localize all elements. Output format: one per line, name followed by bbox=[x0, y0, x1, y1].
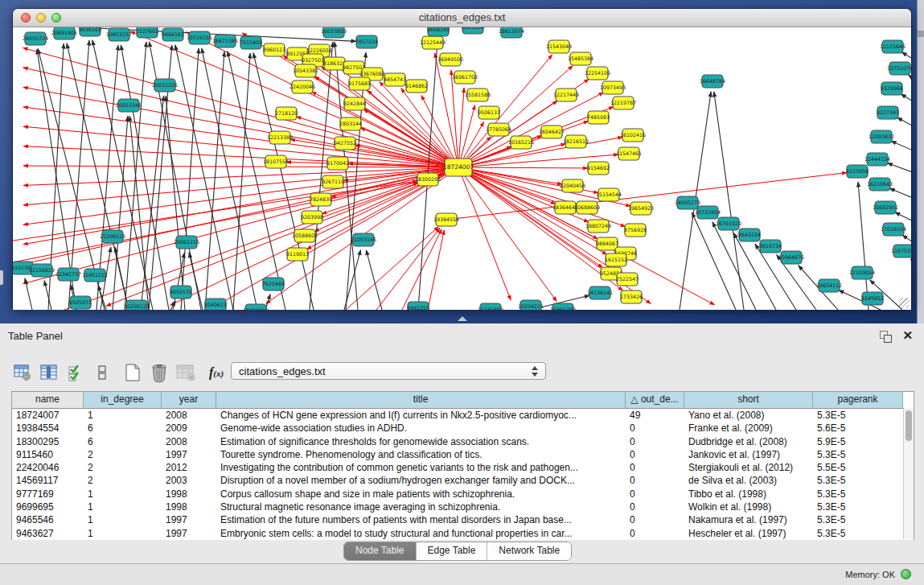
graph-node[interactable]: 11125646 bbox=[880, 40, 906, 53]
table-row[interactable]: 911546021997Tourette syndrome. Phenomeno… bbox=[12, 448, 914, 461]
table-row[interactable]: 2242004622012Investigating the contribut… bbox=[12, 461, 914, 474]
network-canvas[interactable]: 1872400719384554183002958960123891295512… bbox=[13, 27, 911, 310]
graph-node[interactable]: 9482255 bbox=[407, 302, 429, 310]
zoom-window-button[interactable] bbox=[51, 13, 61, 23]
graph-node[interactable]: 18300295 bbox=[415, 173, 441, 186]
graph-node[interactable]: 11156829 bbox=[29, 264, 55, 277]
column-header-title[interactable]: title bbox=[216, 392, 626, 408]
graph-edge[interactable] bbox=[202, 48, 257, 310]
graph-edge[interactable] bbox=[458, 167, 588, 168]
graph-edge[interactable] bbox=[421, 96, 458, 167]
graph-node[interactable]: 16046427 bbox=[539, 126, 565, 138]
row-mode-button[interactable] bbox=[91, 361, 113, 384]
graph-node[interactable]: 9756928 bbox=[624, 224, 647, 237]
graph-node[interactable]: 15692951 bbox=[873, 201, 898, 214]
graph-node[interactable]: 9643254 bbox=[738, 229, 761, 241]
graph-edge[interactable] bbox=[346, 52, 366, 310]
delete-table-button[interactable] bbox=[175, 361, 197, 384]
close-window-button[interactable] bbox=[21, 13, 31, 23]
graph-node[interactable]: 22040458 bbox=[560, 179, 585, 192]
select-columns-button[interactable] bbox=[64, 361, 87, 384]
minimize-window-button[interactable] bbox=[36, 13, 46, 23]
graph-edge[interactable] bbox=[23, 167, 458, 264]
graph-node[interactable]: 8813054 bbox=[462, 27, 484, 34]
graph-node[interactable]: 20061215 bbox=[174, 236, 199, 249]
table-row[interactable]: 1938455462009Genome-wide association stu… bbox=[12, 422, 914, 435]
panel-splitter-handle[interactable] bbox=[458, 316, 467, 321]
graph-node[interactable]: 10688609 bbox=[574, 201, 600, 214]
graph-node[interactable]: 15154544 bbox=[596, 188, 622, 201]
graph-node[interactable]: 10732804 bbox=[695, 206, 721, 219]
graph-edge[interactable] bbox=[910, 259, 911, 266]
graph-edge[interactable] bbox=[897, 117, 911, 128]
graph-node[interactable]: 1615152 bbox=[605, 253, 627, 266]
graph-node[interactable]: 9146862 bbox=[405, 80, 428, 93]
side-panel-grip[interactable] bbox=[0, 270, 3, 285]
resize-grip-icon[interactable] bbox=[899, 298, 910, 308]
graph-node[interactable]: 9505971 bbox=[69, 296, 92, 309]
graph-edge[interactable] bbox=[895, 212, 911, 223]
graph-node[interactable]: 12217449 bbox=[553, 89, 579, 101]
graph-edge[interactable] bbox=[858, 182, 869, 310]
graph-node[interactable]: 10543382 bbox=[293, 64, 318, 77]
column-header-name[interactable]: name bbox=[12, 392, 84, 408]
graph-node[interactable]: 12444154 bbox=[864, 153, 890, 166]
graph-node[interactable]: 14136141 bbox=[587, 286, 613, 299]
graph-edge[interactable] bbox=[458, 93, 603, 167]
graph-node[interactable]: 16033809 bbox=[321, 27, 347, 38]
graph-node[interactable]: 10391209 bbox=[550, 303, 576, 310]
table-mode-button[interactable] bbox=[11, 361, 34, 384]
graph-node[interactable]: 8215958 bbox=[846, 165, 869, 178]
graph-node[interactable]: 18107554 bbox=[263, 155, 289, 168]
graph-node[interactable]: 9227343 bbox=[877, 106, 899, 119]
graph-edge[interactable] bbox=[205, 51, 224, 310]
function-builder-button[interactable]: f(x) bbox=[205, 361, 228, 384]
graph-node[interactable]: 12254109 bbox=[585, 67, 610, 80]
graph-node[interactable]: 1733426 bbox=[620, 290, 643, 303]
column-header-year[interactable]: year bbox=[162, 392, 216, 408]
graph-node[interactable]: 11547461 bbox=[616, 147, 642, 160]
graph-node[interactable]: 8960123 bbox=[263, 43, 285, 56]
graph-node[interactable]: 9267110 bbox=[322, 175, 344, 188]
graph-node[interactable]: 10973493 bbox=[600, 81, 626, 94]
graph-node[interactable]: 18613074 bbox=[499, 27, 524, 38]
graph-node[interactable]: 7857224 bbox=[355, 35, 378, 48]
graph-node[interactable]: 16949500 bbox=[437, 53, 463, 66]
graph-node[interactable]: 9636169 bbox=[79, 27, 101, 36]
graph-node[interactable]: 18807249 bbox=[585, 220, 611, 233]
graph-node[interactable]: 9154692 bbox=[587, 162, 610, 175]
graph-node[interactable]: 9329966 bbox=[881, 82, 903, 95]
graph-edge[interactable] bbox=[902, 235, 911, 245]
window-titlebar[interactable]: citations_edges.txt bbox=[13, 9, 911, 27]
graph-node[interactable]: 9175685 bbox=[348, 77, 371, 90]
graph-node[interactable]: 9242844 bbox=[343, 97, 366, 110]
graph-node[interactable]: 19654923 bbox=[628, 202, 654, 215]
table-row[interactable]: 946362711997Embryonic stem cells: a mode… bbox=[12, 527, 914, 540]
graph-node[interactable]: 9884067 bbox=[596, 237, 618, 250]
graph-node[interactable]: 10588605 bbox=[292, 229, 318, 242]
graph-node[interactable]: 16210643 bbox=[867, 178, 893, 191]
column-visibility-button[interactable] bbox=[38, 361, 60, 384]
graph-node[interactable]: 21053146 bbox=[351, 233, 376, 246]
graph-edge[interactable] bbox=[25, 278, 32, 310]
graph-edge[interactable] bbox=[141, 96, 164, 310]
graph-node[interactable]: 9059135 bbox=[170, 286, 192, 299]
graph-node[interactable]: 16671385 bbox=[212, 35, 238, 47]
graph-node[interactable]: 16961703 bbox=[452, 71, 478, 84]
graph-node[interactable]: 10254019 bbox=[243, 304, 269, 310]
float-panel-icon[interactable] bbox=[880, 331, 892, 343]
create-column-button[interactable] bbox=[121, 361, 144, 384]
graph-node[interactable]: 10719155 bbox=[187, 31, 212, 44]
graph-node[interactable]: 12342737 bbox=[55, 268, 81, 281]
graph-node[interactable]: 12093832 bbox=[869, 130, 894, 143]
graph-node[interactable]: 9466162 bbox=[162, 28, 184, 41]
graph-node[interactable]: 22420046 bbox=[290, 80, 315, 93]
tab-edge-table[interactable]: Edge Table bbox=[417, 542, 488, 560]
graph-edge[interactable] bbox=[887, 163, 911, 174]
graph-node[interactable]: 7515409 bbox=[240, 36, 262, 49]
graph-edge[interactable] bbox=[458, 167, 556, 302]
graph-node[interactable]: 15751074 bbox=[887, 62, 911, 75]
graph-node[interactable]: 7485083 bbox=[587, 111, 610, 124]
graph-node[interactable]: 10200125 bbox=[124, 300, 150, 310]
scrollbar-thumb[interactable] bbox=[906, 410, 912, 441]
